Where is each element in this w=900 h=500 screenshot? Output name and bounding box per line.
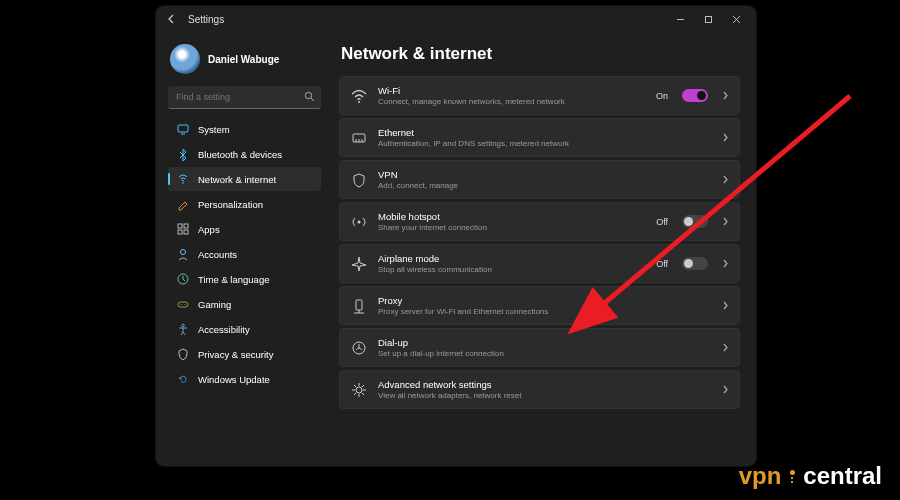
dialup-icon <box>350 339 368 357</box>
svg-rect-10 <box>184 230 188 234</box>
sidebar-item-privacy[interactable]: Privacy & security <box>168 342 321 366</box>
search-box <box>168 86 321 109</box>
sidebar-item-accessibility[interactable]: Accessibility <box>168 317 321 341</box>
sidebar-item-time[interactable]: Time & language <box>168 267 321 291</box>
airplane-toggle[interactable] <box>682 257 708 270</box>
sidebar-item-personalization[interactable]: Personalization <box>168 192 321 216</box>
sidebar-item-bluetooth[interactable]: Bluetooth & devices <box>168 142 321 166</box>
setting-ethernet[interactable]: EthernetAuthentication, IP and DNS setti… <box>339 118 740 157</box>
setting-text: Airplane modeStop all wireless communica… <box>378 253 646 274</box>
close-icon <box>732 15 741 24</box>
minimize-button[interactable] <box>666 9 694 29</box>
window-title: Settings <box>188 14 224 25</box>
setting-title: Ethernet <box>378 127 712 138</box>
setting-text: Wi-FiConnect, manage known networks, met… <box>378 85 646 106</box>
watermark-left: vpn <box>739 462 782 490</box>
setting-advanced[interactable]: Advanced network settingsView all networ… <box>339 370 740 409</box>
setting-title: Advanced network settings <box>378 379 712 390</box>
setting-dialup[interactable]: Dial-upSet up a dial-up internet connect… <box>339 328 740 367</box>
setting-title: VPN <box>378 169 712 180</box>
setting-desc: Authentication, IP and DNS settings, met… <box>378 139 712 148</box>
setting-hotspot[interactable]: Mobile hotspotShare your internet connec… <box>339 202 740 241</box>
setting-text: Advanced network settingsView all networ… <box>378 379 712 400</box>
setting-desc: Set up a dial-up internet connection <box>378 349 712 358</box>
setting-text: Mobile hotspotShare your internet connec… <box>378 211 646 232</box>
sidebar-item-apps[interactable]: Apps <box>168 217 321 241</box>
setting-desc: Stop all wireless communication <box>378 265 646 274</box>
main-panel: Network & internet Wi-FiConnect, manage … <box>331 32 756 466</box>
bluetooth-icon <box>176 147 190 161</box>
vpn-icon <box>350 171 368 189</box>
update-icon <box>176 372 190 386</box>
page-title: Network & internet <box>341 44 740 64</box>
close-button[interactable] <box>722 9 750 29</box>
toggle-state: On <box>656 91 668 101</box>
sidebar-item-update[interactable]: Windows Update <box>168 367 321 391</box>
airplane-icon <box>350 255 368 273</box>
proxy-icon <box>350 297 368 315</box>
svg-point-15 <box>184 304 185 305</box>
time-icon <box>176 272 190 286</box>
sidebar-item-network[interactable]: Network & internet <box>168 167 321 191</box>
setting-desc: View all network adapters, network reset <box>378 391 712 400</box>
setting-text: Dial-upSet up a dial-up internet connect… <box>378 337 712 358</box>
hotspot-icon <box>350 213 368 231</box>
chevron-right-icon <box>722 175 729 184</box>
sidebar-item-label: Network & internet <box>198 174 276 185</box>
chevron-right-icon <box>722 301 729 310</box>
sidebar-item-label: Accessibility <box>198 324 250 335</box>
personalization-icon <box>176 197 190 211</box>
setting-airplane[interactable]: Airplane modeStop all wireless communica… <box>339 244 740 283</box>
user-name: Daniel Wabuge <box>208 54 279 65</box>
setting-wifi[interactable]: Wi-FiConnect, manage known networks, met… <box>339 76 740 115</box>
privacy-icon <box>176 347 190 361</box>
setting-desc: Connect, manage known networks, metered … <box>378 97 646 106</box>
back-button[interactable] <box>162 9 182 29</box>
svg-rect-4 <box>178 125 188 132</box>
toggle-state: Off <box>656 217 668 227</box>
chevron-right-icon <box>722 259 729 268</box>
sidebar-item-accounts[interactable]: Accounts <box>168 242 321 266</box>
ethernet-icon <box>350 129 368 147</box>
network-icon <box>176 172 190 186</box>
search-input[interactable] <box>168 86 321 109</box>
watermark: vpn central <box>739 462 882 490</box>
chevron-right-icon <box>722 385 729 394</box>
chevron-right-icon <box>722 133 729 142</box>
wifi-icon <box>350 87 368 105</box>
nav-list: SystemBluetooth & devicesNetwork & inter… <box>168 117 321 391</box>
sidebar-item-label: Time & language <box>198 274 269 285</box>
svg-point-17 <box>358 101 360 103</box>
sidebar: Daniel Wabuge SystemBluetooth & devicesN… <box>156 32 331 466</box>
maximize-button[interactable] <box>694 9 722 29</box>
user-block[interactable]: Daniel Wabuge <box>170 44 321 74</box>
svg-rect-23 <box>356 300 362 310</box>
sidebar-item-system[interactable]: System <box>168 117 321 141</box>
wifi-toggle[interactable] <box>682 89 708 102</box>
accessibility-icon <box>176 322 190 336</box>
svg-rect-9 <box>178 230 182 234</box>
settings-list: Wi-FiConnect, manage known networks, met… <box>339 76 740 409</box>
sidebar-item-label: System <box>198 124 230 135</box>
setting-title: Dial-up <box>378 337 712 348</box>
hotspot-toggle[interactable] <box>682 215 708 228</box>
sidebar-item-gaming[interactable]: Gaming <box>168 292 321 316</box>
setting-title: Airplane mode <box>378 253 646 264</box>
svg-point-6 <box>182 182 184 184</box>
setting-title: Wi-Fi <box>378 85 646 96</box>
svg-point-2 <box>305 92 311 98</box>
apps-icon <box>176 222 190 236</box>
sidebar-item-label: Bluetooth & devices <box>198 149 282 160</box>
setting-desc: Add, connect, manage <box>378 181 712 190</box>
setting-vpn[interactable]: VPNAdd, connect, manage <box>339 160 740 199</box>
setting-proxy[interactable]: ProxyProxy server for Wi-Fi and Ethernet… <box>339 286 740 325</box>
watermark-right: central <box>803 462 882 490</box>
chevron-right-icon <box>722 343 729 352</box>
sidebar-item-label: Privacy & security <box>198 349 274 360</box>
search-icon <box>304 91 315 102</box>
gaming-icon <box>176 297 190 311</box>
svg-point-28 <box>356 387 362 393</box>
content-area: Daniel Wabuge SystemBluetooth & devicesN… <box>156 32 756 466</box>
advanced-icon <box>350 381 368 399</box>
setting-text: EthernetAuthentication, IP and DNS setti… <box>378 127 712 148</box>
